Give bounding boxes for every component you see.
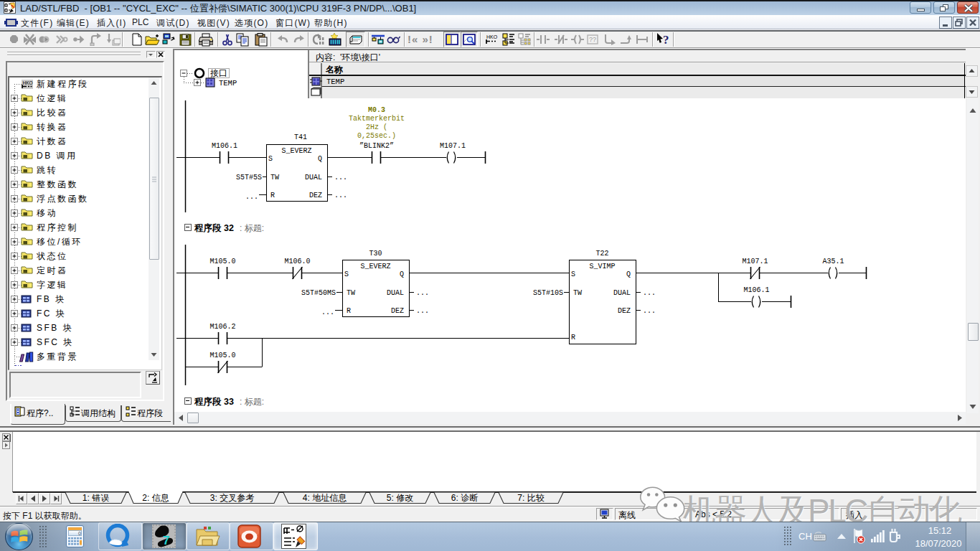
svg-text:...: ... — [334, 174, 347, 182]
svg-text:移动: 移动 — [37, 208, 57, 218]
svg-text:1: 错误: 1: 错误 — [83, 493, 109, 503]
svg-text:转换器: 转换器 — [37, 122, 68, 132]
svg-text:FB 块: FB 块 — [37, 294, 66, 304]
svg-text:DUAL: DUAL — [387, 289, 404, 297]
svg-text:程序段 33: 程序段 33 — [194, 397, 234, 407]
svg-text:TW: TW — [347, 289, 355, 297]
svg-text:M105.0: M105.0 — [209, 258, 235, 265]
svg-text:DEZ: DEZ — [391, 307, 404, 315]
svg-text:R: R — [347, 307, 351, 315]
svg-text:跳转: 跳转 — [37, 165, 57, 175]
svg-text:S_EVERZ: S_EVERZ — [360, 263, 390, 270]
svg-text:: 标题:: : 标题: — [240, 223, 264, 233]
svg-text:DEZ: DEZ — [309, 192, 322, 199]
svg-text:定时器: 定时器 — [37, 265, 68, 276]
svg-text:2Hz (: 2Hz ( — [366, 123, 387, 131]
svg-text:A35.1: A35.1 — [822, 258, 844, 265]
svg-text:S_EVERZ: S_EVERZ — [281, 147, 311, 155]
svg-text:7: 比较: 7: 比较 — [517, 493, 544, 503]
svg-text:浮点数函数: 浮点数函数 — [37, 194, 89, 204]
svg-text:...: ... — [416, 289, 429, 297]
svg-text:DUAL: DUAL — [305, 174, 322, 182]
svg-text:T22: T22 — [595, 250, 608, 258]
svg-text:字逻辑: 字逻辑 — [37, 280, 68, 290]
svg-text:Q: Q — [626, 270, 631, 278]
svg-text:M106.0: M106.0 — [284, 258, 310, 265]
svg-text:M106.1: M106.1 — [212, 142, 237, 150]
svg-text:...: ... — [643, 289, 656, 297]
svg-text:4: 地址信息: 4: 地址信息 — [303, 493, 347, 503]
svg-text:...: ... — [334, 192, 347, 199]
svg-text:T30: T30 — [369, 250, 382, 258]
svg-text:FC 块: FC 块 — [37, 309, 66, 319]
svg-text:程序控制: 程序控制 — [37, 222, 78, 232]
svg-text:S: S — [344, 270, 349, 278]
svg-text:M106.1: M106.1 — [743, 286, 769, 294]
svg-text:整数函数: 整数函数 — [37, 179, 78, 189]
svg-text:SFB 块: SFB 块 — [37, 323, 73, 333]
svg-text:T41: T41 — [294, 133, 307, 141]
svg-text:M0.3: M0.3 — [368, 106, 385, 114]
svg-text:2: 信息: 2: 信息 — [142, 493, 169, 503]
svg-text:...: ... — [321, 309, 334, 316]
svg-text:TW: TW — [270, 174, 279, 182]
svg-text:S5T#10S: S5T#10S — [533, 289, 563, 297]
svg-text:Q: Q — [400, 270, 404, 278]
svg-text:?: ? — [663, 33, 669, 47]
svg-text:7: 7 — [163, 534, 169, 547]
svg-text:HKO: HKO — [486, 34, 498, 39]
svg-text:??: ?? — [589, 36, 596, 43]
svg-text:M106.2: M106.2 — [209, 323, 235, 331]
svg-text:S5T#5S: S5T#5S — [236, 174, 262, 182]
svg-text:...: ... — [245, 193, 258, 201]
svg-text:计数器: 计数器 — [37, 136, 68, 146]
svg-text:R: R — [571, 334, 575, 342]
svg-text:...: ... — [643, 307, 656, 315]
svg-text:多重背景: 多重背景 — [37, 352, 78, 362]
svg-text:DEZ: DEZ — [618, 307, 631, 315]
svg-text:Taktmerkerbit: Taktmerkerbit — [349, 115, 405, 123]
svg-text:3: 交叉参考: 3: 交叉参考 — [210, 493, 254, 503]
svg-text:DUAL: DUAL — [613, 289, 631, 297]
svg-text:TW: TW — [573, 289, 582, 297]
svg-text:M107.1: M107.1 — [440, 142, 466, 150]
svg-text:DB 调用: DB 调用 — [37, 151, 77, 161]
svg-text:S: S — [571, 270, 575, 278]
svg-text:HKO: HKO — [23, 80, 33, 85]
svg-text:状态位: 状态位 — [36, 251, 68, 261]
svg-text:TEMP: TEMP — [219, 79, 237, 88]
svg-text:Q: Q — [318, 155, 322, 163]
svg-text:SFC 块: SFC 块 — [37, 337, 74, 347]
svg-text:5: 修改: 5: 修改 — [387, 493, 413, 503]
svg-text:6: 诊断: 6: 诊断 — [451, 493, 478, 503]
svg-text:M107.1: M107.1 — [742, 258, 768, 265]
svg-text:位逻辑: 位逻辑 — [37, 93, 68, 103]
svg-text:M105.0: M105.0 — [209, 352, 235, 359]
svg-text:接口: 接口 — [210, 68, 227, 78]
svg-text:0,25sec.): 0,25sec.) — [357, 132, 396, 140]
svg-text:S: S — [268, 155, 273, 163]
svg-text:R: R — [270, 192, 275, 199]
svg-text:比较器: 比较器 — [37, 108, 68, 118]
svg-text:S_VIMP: S_VIMP — [589, 263, 615, 270]
svg-text:S5T#50MS: S5T#50MS — [301, 289, 336, 297]
svg-text:移位/循环: 移位/循环 — [37, 237, 83, 247]
svg-text:...: ... — [416, 307, 429, 315]
svg-text:”BLINK2”: ”BLINK2” — [359, 142, 394, 150]
svg-text:程序段 32: 程序段 32 — [194, 223, 234, 233]
svg-text:: 标题:: : 标题: — [240, 397, 264, 407]
svg-text:新建程序段: 新建程序段 — [37, 79, 89, 89]
